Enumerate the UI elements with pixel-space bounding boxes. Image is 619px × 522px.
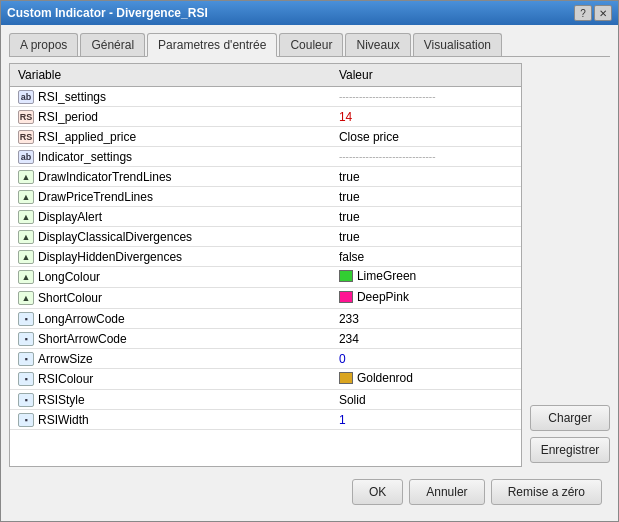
var-cell: abRSI_settings	[10, 87, 331, 107]
var-cell: RSRSI_applied_price	[10, 127, 331, 147]
var-cell: ▲DisplayAlert	[10, 207, 331, 227]
params-table: Variable Valeur abRSI_settings----------…	[10, 64, 521, 430]
var-cell: ▪RSIColour	[10, 369, 331, 390]
type-badge: ▲	[18, 250, 34, 264]
window-title: Custom Indicator - Divergence_RSI	[7, 6, 208, 20]
var-cell: ▪RSIStyle	[10, 390, 331, 410]
bottom-bar: OK Annuler Remise a zéro	[9, 473, 610, 513]
color-swatch	[339, 372, 353, 384]
type-badge: ▲	[18, 190, 34, 204]
var-name: RSIColour	[38, 372, 93, 386]
type-badge: RS	[18, 110, 34, 124]
table-row[interactable]: ▪ArrowSize0	[10, 349, 521, 369]
var-name: DrawIndicatorTrendLines	[38, 170, 172, 184]
type-badge: ▪	[18, 312, 34, 326]
table-row[interactable]: ▲DisplayClassicalDivergencestrue	[10, 227, 521, 247]
var-cell: ▪ShortArrowCode	[10, 329, 331, 349]
enregistrer-button[interactable]: Enregistrer	[530, 437, 610, 463]
type-badge: ▲	[18, 170, 34, 184]
val-cell: false	[331, 247, 521, 267]
tab-bar: A propos Général Parametres d'entrée Cou…	[9, 33, 610, 57]
var-cell: ▲DisplayHiddenDivergences	[10, 247, 331, 267]
col-variable: Variable	[10, 64, 331, 87]
type-badge: ▲	[18, 230, 34, 244]
tab-apropos[interactable]: A propos	[9, 33, 78, 56]
val-text: true	[339, 170, 360, 184]
val-text: 234	[339, 332, 359, 346]
var-name: RSI_applied_price	[38, 130, 136, 144]
annuler-button[interactable]: Annuler	[409, 479, 484, 505]
params-table-container: Variable Valeur abRSI_settings----------…	[9, 63, 522, 467]
color-swatch	[339, 270, 353, 282]
col-valeur: Valeur	[331, 64, 521, 87]
var-cell: ▲DrawPriceTrendLines	[10, 187, 331, 207]
table-row[interactable]: ▲DrawIndicatorTrendLinestrue	[10, 167, 521, 187]
type-badge: ▪	[18, 372, 34, 386]
table-row[interactable]: ▪RSIColourGoldenrod	[10, 369, 521, 390]
tab-visualisation[interactable]: Visualisation	[413, 33, 502, 56]
val-cell: 234	[331, 329, 521, 349]
main-area: Variable Valeur abRSI_settings----------…	[9, 63, 610, 467]
var-name: DisplayHiddenDivergences	[38, 250, 182, 264]
type-badge: ab	[18, 90, 34, 104]
var-name: RSI_settings	[38, 90, 106, 104]
val-text: Close price	[339, 130, 399, 144]
table-row[interactable]: abRSI_settings--------------------------…	[10, 87, 521, 107]
table-row[interactable]: ▪RSIWidth1	[10, 410, 521, 430]
table-row[interactable]: ▲DrawPriceTrendLinestrue	[10, 187, 521, 207]
table-row[interactable]: ▲LongColourLimeGreen	[10, 267, 521, 288]
tab-general[interactable]: Général	[80, 33, 145, 56]
table-row[interactable]: ▲DisplayHiddenDivergencesfalse	[10, 247, 521, 267]
val-cell: 0	[331, 349, 521, 369]
table-row[interactable]: RSRSI_period14	[10, 107, 521, 127]
var-name: RSIWidth	[38, 413, 89, 427]
color-swatch	[339, 291, 353, 303]
val-text: LimeGreen	[357, 269, 416, 283]
table-row[interactable]: ▲DisplayAlerttrue	[10, 207, 521, 227]
title-bar: Custom Indicator - Divergence_RSI ? ✕	[1, 1, 618, 25]
tab-couleur[interactable]: Couleur	[279, 33, 343, 56]
var-cell: ▲DisplayClassicalDivergences	[10, 227, 331, 247]
var-name: RSIStyle	[38, 393, 85, 407]
val-text: false	[339, 250, 364, 264]
val-cell: -----------------------------	[331, 147, 521, 167]
help-button[interactable]: ?	[574, 5, 592, 21]
val-cell: true	[331, 167, 521, 187]
type-badge: ▲	[18, 291, 34, 305]
var-cell: ▪RSIWidth	[10, 410, 331, 430]
val-text: DeepPink	[357, 290, 409, 304]
val-cell: 14	[331, 107, 521, 127]
ok-button[interactable]: OK	[352, 479, 403, 505]
tab-params[interactable]: Parametres d'entrée	[147, 33, 277, 57]
table-row[interactable]: ▪LongArrowCode233	[10, 309, 521, 329]
val-cell: Goldenrod	[331, 369, 521, 390]
remise-button[interactable]: Remise a zéro	[491, 479, 602, 505]
table-row[interactable]: RSRSI_applied_priceClose price	[10, 127, 521, 147]
var-name: DisplayClassicalDivergences	[38, 230, 192, 244]
var-name: RSI_period	[38, 110, 98, 124]
table-row[interactable]: ▲ShortColourDeepPink	[10, 288, 521, 309]
var-name: LongColour	[38, 270, 100, 284]
val-text: Goldenrod	[357, 371, 413, 385]
var-name: Indicator_settings	[38, 150, 132, 164]
var-name: DisplayAlert	[38, 210, 102, 224]
close-button[interactable]: ✕	[594, 5, 612, 21]
val-text: 0	[339, 352, 346, 366]
type-badge: ▪	[18, 413, 34, 427]
table-row[interactable]: ▪RSIStyleSolid	[10, 390, 521, 410]
val-text: 1	[339, 413, 346, 427]
side-buttons: Charger Enregistrer	[530, 63, 610, 467]
val-cell: Solid	[331, 390, 521, 410]
table-row[interactable]: abIndicator_settings--------------------…	[10, 147, 521, 167]
var-name: ShortColour	[38, 291, 102, 305]
charger-button[interactable]: Charger	[530, 405, 610, 431]
val-text: true	[339, 190, 360, 204]
var-cell: ▲LongColour	[10, 267, 331, 288]
val-text: true	[339, 230, 360, 244]
tab-niveaux[interactable]: Niveaux	[345, 33, 410, 56]
table-row[interactable]: ▪ShortArrowCode234	[10, 329, 521, 349]
var-cell: RSRSI_period	[10, 107, 331, 127]
val-text: Solid	[339, 393, 366, 407]
var-name: ShortArrowCode	[38, 332, 127, 346]
type-badge: ▪	[18, 332, 34, 346]
